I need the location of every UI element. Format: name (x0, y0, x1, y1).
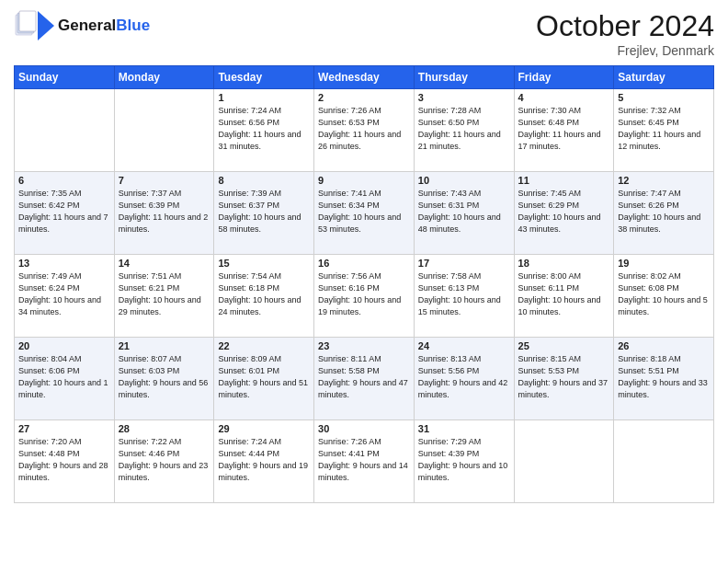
day-number: 31 (418, 423, 510, 434)
title-block: October 2024 Frejlev, Denmark (536, 9, 714, 58)
cell-content: Sunrise: 7:54 AM Sunset: 6:18 PM Dayligh… (218, 270, 310, 318)
calendar-cell: 22Sunrise: 8:09 AM Sunset: 6:01 PM Dayli… (214, 338, 314, 420)
calendar-cell: 2Sunrise: 7:26 AM Sunset: 6:53 PM Daylig… (314, 89, 415, 172)
day-number: 16 (318, 258, 410, 269)
day-number: 24 (418, 340, 510, 351)
weekday-header-row: SundayMondayTuesdayWednesdayThursdayFrid… (15, 66, 714, 89)
cell-content: Sunrise: 7:28 AM Sunset: 6:50 PM Dayligh… (418, 105, 510, 153)
day-number: 9 (318, 175, 410, 186)
location: Frejlev, Denmark (536, 43, 714, 58)
logo: GeneralBlue (14, 9, 150, 42)
week-row-2: 6Sunrise: 7:35 AM Sunset: 6:42 PM Daylig… (15, 172, 714, 255)
cell-content: Sunrise: 7:43 AM Sunset: 6:31 PM Dayligh… (418, 188, 510, 236)
calendar-cell: 13Sunrise: 7:49 AM Sunset: 6:24 PM Dayli… (15, 255, 115, 338)
day-number: 21 (119, 340, 210, 351)
day-number: 30 (318, 423, 410, 434)
cell-content: Sunrise: 8:13 AM Sunset: 5:56 PM Dayligh… (418, 353, 510, 401)
calendar-cell: 29Sunrise: 7:24 AM Sunset: 4:44 PM Dayli… (214, 420, 314, 503)
day-number: 10 (418, 175, 510, 186)
calendar-cell: 31Sunrise: 7:29 AM Sunset: 4:39 PM Dayli… (414, 420, 514, 503)
calendar-cell: 8Sunrise: 7:39 AM Sunset: 6:37 PM Daylig… (214, 172, 314, 255)
logo-blue: Blue (116, 17, 150, 34)
day-number: 8 (218, 175, 310, 186)
calendar-cell: 1Sunrise: 7:24 AM Sunset: 6:56 PM Daylig… (214, 89, 314, 172)
day-number: 12 (618, 175, 710, 186)
calendar-cell: 14Sunrise: 7:51 AM Sunset: 6:21 PM Dayli… (114, 255, 214, 338)
calendar-cell: 4Sunrise: 7:30 AM Sunset: 6:48 PM Daylig… (514, 89, 614, 172)
cell-content: Sunrise: 7:32 AM Sunset: 6:45 PM Dayligh… (618, 105, 710, 153)
calendar-cell: 10Sunrise: 7:43 AM Sunset: 6:31 PM Dayli… (414, 172, 514, 255)
cell-content: Sunrise: 8:11 AM Sunset: 5:58 PM Dayligh… (318, 353, 410, 401)
calendar-cell: 25Sunrise: 8:15 AM Sunset: 5:53 PM Dayli… (514, 338, 614, 420)
week-row-4: 20Sunrise: 8:04 AM Sunset: 6:06 PM Dayli… (15, 338, 714, 420)
day-number: 19 (618, 258, 710, 269)
day-number: 27 (18, 423, 110, 434)
calendar-cell: 26Sunrise: 8:18 AM Sunset: 5:51 PM Dayli… (614, 338, 714, 420)
logo-general: General (58, 17, 116, 34)
cell-content: Sunrise: 7:58 AM Sunset: 6:13 PM Dayligh… (418, 270, 510, 318)
calendar-cell (514, 420, 614, 503)
calendar-cell: 23Sunrise: 8:11 AM Sunset: 5:58 PM Dayli… (314, 338, 415, 420)
svg-rect-3 (19, 11, 36, 31)
day-number: 18 (518, 258, 610, 269)
cell-content: Sunrise: 7:49 AM Sunset: 6:24 PM Dayligh… (18, 270, 110, 318)
calendar-cell: 28Sunrise: 7:22 AM Sunset: 4:46 PM Dayli… (114, 420, 214, 503)
weekday-header-sunday: Sunday (15, 66, 115, 89)
day-number: 13 (18, 258, 110, 269)
calendar-cell: 12Sunrise: 7:47 AM Sunset: 6:26 PM Dayli… (614, 172, 714, 255)
week-row-3: 13Sunrise: 7:49 AM Sunset: 6:24 PM Dayli… (15, 255, 714, 338)
weekday-header-saturday: Saturday (614, 66, 714, 89)
cell-content: Sunrise: 7:35 AM Sunset: 6:42 PM Dayligh… (18, 188, 110, 236)
day-number: 26 (618, 340, 710, 351)
logo-text: GeneralBlue (58, 17, 150, 35)
cell-content: Sunrise: 8:15 AM Sunset: 5:53 PM Dayligh… (518, 353, 610, 401)
calendar-cell: 19Sunrise: 8:02 AM Sunset: 6:08 PM Dayli… (614, 255, 714, 338)
cell-content: Sunrise: 7:24 AM Sunset: 6:56 PM Dayligh… (218, 105, 310, 153)
cell-content: Sunrise: 7:51 AM Sunset: 6:21 PM Dayligh… (119, 270, 210, 318)
cell-content: Sunrise: 8:02 AM Sunset: 6:08 PM Dayligh… (618, 270, 710, 318)
day-number: 29 (218, 423, 310, 434)
day-number: 7 (119, 175, 210, 186)
calendar-cell (114, 89, 214, 172)
cell-content: Sunrise: 7:56 AM Sunset: 6:16 PM Dayligh… (318, 270, 410, 318)
weekday-header-monday: Monday (114, 66, 214, 89)
logo-icon (14, 9, 54, 42)
weekday-header-wednesday: Wednesday (314, 66, 415, 89)
calendar-table: SundayMondayTuesdayWednesdayThursdayFrid… (14, 65, 714, 503)
calendar-cell: 21Sunrise: 8:07 AM Sunset: 6:03 PM Dayli… (114, 338, 214, 420)
day-number: 2 (318, 92, 410, 103)
cell-content: Sunrise: 7:30 AM Sunset: 6:48 PM Dayligh… (518, 105, 610, 153)
cell-content: Sunrise: 7:37 AM Sunset: 6:39 PM Dayligh… (119, 188, 210, 236)
cell-content: Sunrise: 7:26 AM Sunset: 4:41 PM Dayligh… (318, 436, 410, 484)
cell-content: Sunrise: 8:04 AM Sunset: 6:06 PM Dayligh… (18, 353, 110, 401)
cell-content: Sunrise: 7:24 AM Sunset: 4:44 PM Dayligh… (218, 436, 310, 484)
calendar-cell: 5Sunrise: 7:32 AM Sunset: 6:45 PM Daylig… (614, 89, 714, 172)
cell-content: Sunrise: 7:22 AM Sunset: 4:46 PM Dayligh… (119, 436, 210, 484)
cell-content: Sunrise: 7:45 AM Sunset: 6:29 PM Dayligh… (518, 188, 610, 236)
calendar-cell: 3Sunrise: 7:28 AM Sunset: 6:50 PM Daylig… (414, 89, 514, 172)
day-number: 1 (218, 92, 310, 103)
day-number: 17 (418, 258, 510, 269)
day-number: 20 (18, 340, 110, 351)
cell-content: Sunrise: 7:39 AM Sunset: 6:37 PM Dayligh… (218, 188, 310, 236)
day-number: 23 (318, 340, 410, 351)
calendar-cell: 20Sunrise: 8:04 AM Sunset: 6:06 PM Dayli… (15, 338, 115, 420)
day-number: 28 (119, 423, 210, 434)
cell-content: Sunrise: 7:26 AM Sunset: 6:53 PM Dayligh… (318, 105, 410, 153)
calendar-cell: 11Sunrise: 7:45 AM Sunset: 6:29 PM Dayli… (514, 172, 614, 255)
day-number: 4 (518, 92, 610, 103)
weekday-header-friday: Friday (514, 66, 614, 89)
calendar-cell: 7Sunrise: 7:37 AM Sunset: 6:39 PM Daylig… (114, 172, 214, 255)
weekday-header-thursday: Thursday (414, 66, 514, 89)
cell-content: Sunrise: 7:41 AM Sunset: 6:34 PM Dayligh… (318, 188, 410, 236)
page: GeneralBlue October 2024 Frejlev, Denmar… (0, 0, 728, 563)
day-number: 15 (218, 258, 310, 269)
cell-content: Sunrise: 7:20 AM Sunset: 4:48 PM Dayligh… (18, 436, 110, 484)
calendar-cell: 17Sunrise: 7:58 AM Sunset: 6:13 PM Dayli… (414, 255, 514, 338)
day-number: 3 (418, 92, 510, 103)
calendar-cell: 15Sunrise: 7:54 AM Sunset: 6:18 PM Dayli… (214, 255, 314, 338)
day-number: 11 (518, 175, 610, 186)
calendar-cell (15, 89, 115, 172)
calendar-cell: 9Sunrise: 7:41 AM Sunset: 6:34 PM Daylig… (314, 172, 415, 255)
cell-content: Sunrise: 7:47 AM Sunset: 6:26 PM Dayligh… (618, 188, 710, 236)
